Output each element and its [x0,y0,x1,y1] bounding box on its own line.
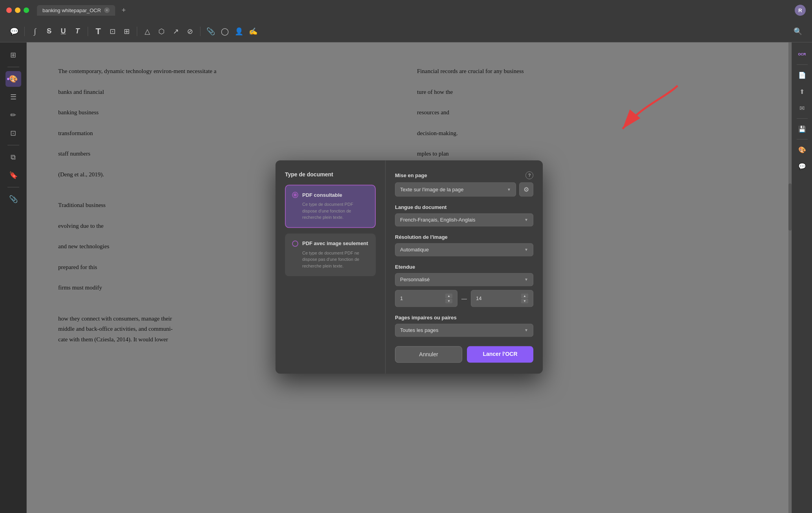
range-end-down[interactable]: ▼ [521,299,528,303]
toolbar-divider-3 [137,27,137,36]
chevron-down-icon: ▼ [507,187,511,192]
pdf-searchable-desc: Ce type de document PDF dispose d'une fo… [292,201,369,221]
help-icon[interactable]: ? [525,171,533,179]
range-end-input[interactable]: 14 ▲ ▼ [471,290,533,307]
save-sidebar-icon[interactable]: 💾 [795,122,809,136]
content-area: The contemporary, dynamic technology env… [27,42,792,513]
dialog-buttons: Annuler Lancer l'OCR [395,346,533,363]
cancel-button[interactable]: Annuler [395,346,462,363]
active-tab[interactable]: banking whitepapar_OCR × [37,5,115,16]
shape-icon[interactable]: △ [141,25,154,38]
range-start-down[interactable]: ▼ [445,299,452,303]
comment-icon[interactable]: 💬 [8,25,20,38]
avatar[interactable]: R [795,5,806,16]
text-box-icon[interactable]: ⊡ [106,25,119,38]
ocr-dialog: Type de document PDF consultable Ce type… [276,160,543,374]
radio-image-only[interactable] [292,240,298,247]
pdf-image-label: PDF avec image seulement [302,240,368,246]
table-icon[interactable]: ⊞ [120,25,133,38]
resolution-select[interactable]: Automatique ▼ [395,243,533,256]
attach-icon[interactable]: 📎 [204,25,217,38]
resolution-label: Résolution de l'image [395,234,533,240]
sidebar-pages-icon[interactable]: ☰ [6,89,21,105]
text-icon[interactable]: T [92,25,105,38]
text-style-icon[interactable]: T [71,25,84,38]
pages-parity-value: Toutes les pages [400,327,439,333]
gear-button[interactable]: ⚙ [519,182,533,196]
color-sidebar-icon[interactable]: 🎨 [795,143,809,157]
sidebar-library-icon[interactable]: ⊞ [6,47,21,63]
etendue-select[interactable]: Personnalisé ▼ [395,273,533,286]
etendue-group: Etendue Personnalisé ▼ 1 ▲ ▼ [395,264,533,307]
range-start-value: 1 [400,295,403,301]
search-icon[interactable]: 🔍 [792,25,804,38]
new-tab-button[interactable]: + [118,5,129,16]
pages-parity-chevron-icon: ▼ [524,328,528,332]
range-end-value: 14 [476,295,481,301]
ocr-sidebar-icon[interactable]: OCR [795,47,809,61]
etendue-value: Personnalisé [400,277,430,282]
sidebar-paperclip-icon[interactable]: 📎 [6,191,21,207]
sidebar-layers-icon[interactable]: ⧉ [6,149,21,165]
user-icon[interactable]: 👤 [233,25,245,38]
range-end-stepper: ▲ ▼ [521,293,528,303]
stamp-icon[interactable]: ⬡ [155,25,168,38]
pdf-searchable-label: PDF consultable [302,192,342,198]
mise-en-page-value: Texte sur l'image de la page [400,187,463,192]
launch-ocr-button[interactable]: Lancer l'OCR [467,346,533,363]
sidebar-divider-2 [7,145,19,145]
traffic-lights [6,7,29,13]
range-end-up[interactable]: ▲ [521,293,528,298]
sidebar-bookmark-icon[interactable]: 🔖 [6,167,21,183]
resolution-label-text: Résolution de l'image [395,234,448,240]
underline-icon[interactable]: U [57,25,70,38]
sidebar-divider-3 [7,187,19,187]
pdf-searchable-option[interactable]: PDF consultable Ce type de document PDF … [285,185,376,227]
range-start-up[interactable]: ▲ [445,293,452,298]
chat-sidebar-icon[interactable]: 💬 [795,159,809,173]
speech-icon[interactable]: ◯ [219,25,231,38]
pages-parity-group: Pages impaires ou paires Toutes les page… [395,315,533,337]
range-start-stepper: ▲ ▼ [445,293,452,303]
radio-searchable[interactable] [292,192,298,198]
resolution-chevron-icon: ▼ [524,247,528,252]
langue-label-text: Langue du document [395,204,446,210]
main-layout: ⊞ 🎨 ☰ ✏ ⊡ ⧉ 🔖 📎 The contemporary, dynami… [0,42,812,513]
langue-value: French-Français, English-Anglais [400,217,475,223]
tab-label: banking whitepapar_OCR [42,7,101,13]
sidebar-divider-1 [7,67,19,67]
share-sidebar-icon[interactable]: ⬆ [795,84,809,99]
toolbar-divider-4 [200,27,200,36]
resolution-value: Automatique [400,247,429,253]
right-sidebar-divider-1 [797,64,808,65]
pdf-image-option[interactable]: PDF avec image seulement Ce type de docu… [285,233,376,277]
minimize-light[interactable] [15,7,20,13]
titlebar: banking whitepapar_OCR × + R [0,0,812,20]
tab-close-button[interactable]: × [104,7,110,13]
strikethrough-icon[interactable]: S [43,25,55,38]
resolution-group: Résolution de l'image Automatique ▼ [395,234,533,256]
dialog-left-panel: Type de document PDF consultable Ce type… [276,160,386,374]
mise-en-page-select[interactable]: Texte sur l'image de la page ▼ [395,182,516,196]
right-sidebar: OCR 📄 ⬆ ✉ 💾 🎨 💬 [792,42,812,513]
dialog-left-title: Type de document [285,171,376,178]
langue-select[interactable]: French-Français, English-Anglais ▼ [395,213,533,226]
mise-en-page-select-group: Texte sur l'image de la page ▼ ⚙ [395,182,533,196]
sidebar-document-icon[interactable]: 🎨 [6,71,21,87]
sidebar-annotations-icon[interactable]: ✏ [6,107,21,123]
dialog-right-title: Mise en page [395,172,427,178]
sidebar-search-icon[interactable]: ⊡ [6,125,21,141]
arrow-tool-icon[interactable]: ↗ [169,25,182,38]
sign-icon[interactable]: ✍ [247,25,259,38]
pdf-searchable-header: PDF consultable [292,192,369,198]
pen-icon[interactable]: ∫ [29,25,41,38]
redact-icon[interactable]: ⊘ [184,25,196,38]
pages-parity-select[interactable]: Toutes les pages ▼ [395,324,533,337]
envelope-sidebar-icon[interactable]: ✉ [795,101,809,115]
pdf-image-header: PDF avec image seulement [292,240,369,247]
range-start-input[interactable]: 1 ▲ ▼ [395,290,457,307]
maximize-light[interactable] [24,7,29,13]
scan-doc-icon[interactable]: 📄 [795,68,809,82]
close-light[interactable] [6,7,12,13]
etendue-label: Etendue [395,264,533,270]
